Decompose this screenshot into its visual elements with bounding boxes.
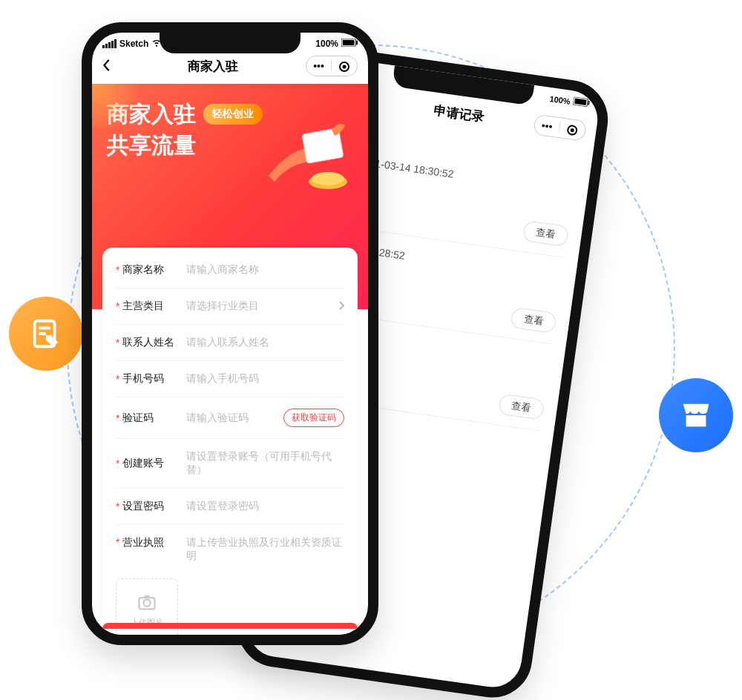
required-mark: * [116,536,119,548]
required-mark: * [116,300,119,312]
store-badge-icon [659,378,733,452]
field-label: 手机号码 [122,372,186,386]
battery-icon [573,96,591,108]
svg-rect-3 [588,101,590,105]
phone-frame-register: Sketch 100% 商家入驻 ••• 商家入驻 轻松创业 共享流量 [82,22,378,645]
field-category[interactable]: * 主营类目 请选择行业类目 [116,288,344,325]
upload-image-button[interactable]: 上传图片 [116,578,178,641]
nav-bar: 商家入驻 ••• [92,51,368,84]
field-placeholder: 请上传营业执照及行业相关资质证明 [186,536,344,563]
field-label: 营业执照 [122,536,186,549]
svg-rect-5 [343,39,355,44]
field-label: 验证码 [122,412,186,425]
hero-pill: 轻松创业 [203,104,263,125]
required-mark: * [116,264,119,276]
field-merchant-name[interactable]: * 商家名称 请输入商家名称 [116,252,344,288]
field-contact-name[interactable]: * 联系人姓名 请输入联系人姓名 [116,325,344,361]
hero-illustration [261,116,358,191]
field-placeholder[interactable]: 请输入手机号码 [186,372,344,386]
view-button[interactable]: 查看 [522,220,569,247]
submit-button[interactable] [102,623,358,629]
more-icon[interactable]: ••• [306,61,332,71]
required-mark: * [116,373,119,385]
back-button[interactable] [102,59,120,74]
mini-program-capsule[interactable]: ••• [306,56,358,76]
camera-icon [137,592,157,612]
field-phone[interactable]: * 手机号码 请输入手机号码 [116,361,344,397]
required-mark: * [116,337,119,349]
page-title: 商家入驻 [120,58,306,75]
field-password[interactable]: * 设置密码 请设置登录密码 [116,489,344,525]
field-label: 联系人姓名 [122,336,186,349]
field-placeholder[interactable]: 请输入商家名称 [186,263,344,277]
edit-badge-icon [9,297,83,371]
register-form: * 商家名称 请输入商家名称 * 主营类目 请选择行业类目 * 联系人姓名 请输… [102,248,358,645]
hero-title-line2: 共享流量 [107,130,196,161]
more-icon[interactable]: ••• [534,119,561,133]
get-code-button[interactable]: 获取验证码 [283,409,344,427]
field-license: * 营业执照 请上传营业执照及行业相关资质证明 [116,525,344,574]
notch [160,31,301,53]
field-placeholder[interactable]: 请输入联系人姓名 [186,336,344,349]
required-mark: * [116,412,119,424]
field-placeholder[interactable]: 请设置登录账号（可用手机号代替） [186,450,344,477]
battery-label: 100% [549,94,571,106]
chevron-right-icon [338,300,344,312]
battery-icon [341,39,358,49]
field-placeholder[interactable]: 请选择行业类目 [186,300,338,313]
svg-rect-2 [574,99,586,105]
field-placeholder[interactable]: 请设置登录密码 [186,500,344,513]
view-button[interactable]: 查看 [510,307,556,334]
field-label: 创建账号 [122,457,186,470]
battery-label: 100% [315,39,338,49]
field-label: 设置密码 [122,500,186,513]
required-mark: * [116,458,119,469]
decorative-gradient [92,84,151,128]
svg-point-12 [143,599,150,606]
close-target-icon[interactable] [559,122,585,137]
svg-rect-6 [356,40,358,44]
field-label: 主营类目 [122,300,186,313]
field-verification-code[interactable]: * 验证码 请输入验证码 获取验证码 [116,397,344,439]
field-account[interactable]: * 创建账号 请设置登录账号（可用手机号代替） [116,439,344,489]
required-mark: * [116,501,119,512]
signal-icon [102,39,116,48]
field-label: 商家名称 [122,263,186,277]
view-button[interactable]: 查看 [498,394,545,420]
svg-point-8 [312,172,344,185]
carrier-label: Sketch [119,39,148,49]
field-placeholder[interactable]: 请输入验证码 [186,412,283,425]
close-target-icon[interactable] [332,60,357,71]
